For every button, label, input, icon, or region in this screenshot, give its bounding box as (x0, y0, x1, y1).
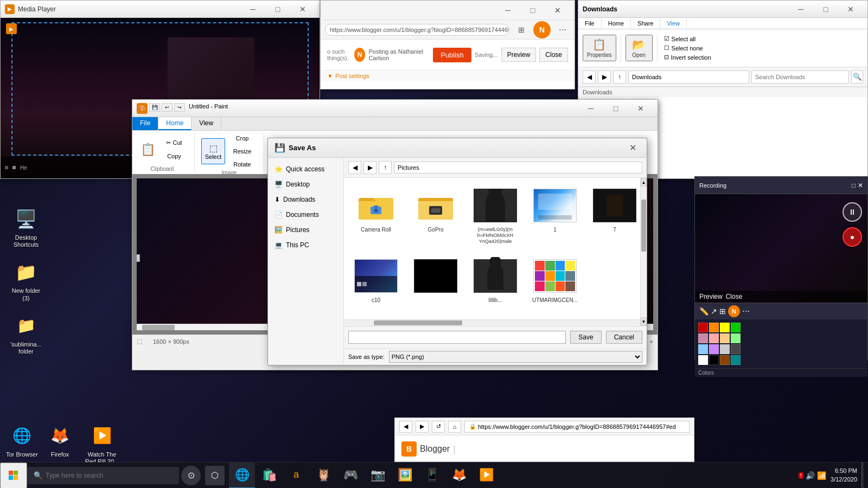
url-bar[interactable]: https://www.blogger.com/u/1/blogger.g?bl… (325, 24, 509, 36)
file-item-c10[interactable]: c10 (349, 254, 403, 307)
cortana-btn[interactable]: ⊙ (181, 466, 201, 485)
dialog-scrollbar-v[interactable]: ▲ ▼ (640, 178, 647, 326)
paint-save-btn[interactable]: 💾 (149, 103, 160, 112)
dialog-up-btn[interactable]: ↑ (379, 161, 392, 174)
media-minimize-btn[interactable]: ─ (240, 1, 265, 18)
palette-green[interactable] (731, 323, 741, 332)
explorer-close-btn[interactable]: ✕ (838, 1, 863, 18)
palette-lavender[interactable] (709, 344, 719, 354)
show-desktop-btn[interactable] (861, 463, 864, 489)
file-item-person[interactable]: (m=ewlLG0y)(mh=FMNOM0cXHYnQa420)male (469, 183, 522, 247)
exp-up-btn[interactable]: ↑ (613, 70, 626, 84)
blogger-home-btn[interactable]: ⌂ (448, 421, 461, 433)
paint-maximize-btn[interactable]: □ (603, 100, 628, 117)
dialog-cancel-btn[interactable]: Cancel (606, 331, 642, 344)
paint-redo-btn[interactable]: ↪ (174, 103, 185, 112)
palette-brown[interactable] (720, 355, 730, 365)
blogger-back-btn[interactable]: ◀ (399, 421, 412, 433)
pause-btn[interactable]: ⏸ (843, 202, 862, 222)
palette-peach[interactable] (720, 333, 730, 343)
file-item-gopro[interactable]: GoPro (409, 183, 462, 247)
dialog-scrollbar-h[interactable] (344, 319, 640, 326)
taskbar-camera-app[interactable]: 📷 (365, 463, 391, 489)
taskbar-store-app[interactable]: 🛍️ (256, 463, 282, 489)
sidebar-pictures[interactable]: 🖼️ Pictures (268, 223, 343, 237)
task-view-btn[interactable]: ⬡ (205, 466, 225, 485)
taskbar-edge-app[interactable]: 🌐 (229, 463, 255, 489)
desktop-icon-shortcuts[interactable]: 🖥️ Desktop Shortcuts (4, 206, 48, 248)
palette-lightgreen[interactable] (731, 333, 741, 343)
paint-close-btn[interactable]: ✕ (628, 100, 653, 117)
sidebar-quick-access[interactable]: ⭐ Quick access (268, 162, 343, 176)
grid-icon-btn[interactable]: ⊞ (514, 22, 529, 37)
open-btn[interactable]: 📂 Open (626, 35, 653, 61)
desktop-icon-tor[interactable]: 🌐 Tor Browser (4, 423, 40, 458)
select-btn[interactable]: ⬚ Select (201, 138, 225, 164)
exp-tab-share[interactable]: Share (631, 18, 660, 29)
exp-tab-view[interactable]: View (660, 18, 687, 29)
select-all-item[interactable]: ☑ Select all (662, 35, 713, 43)
taskbar-amazon-app[interactable]: a (283, 463, 309, 489)
mini-grid-btn[interactable]: ⊞ (719, 307, 726, 316)
palette-teal[interactable] (731, 355, 741, 365)
exp-address-bar[interactable]: Downloads (628, 70, 749, 84)
mini-maximize-btn[interactable]: □ (852, 182, 856, 189)
palette-pink[interactable] (698, 333, 708, 343)
mini-menu-btn[interactable]: ⋯ (742, 307, 750, 316)
media-close-btn[interactable]: ✕ (290, 1, 315, 18)
exp-tab-home[interactable]: Home (602, 18, 631, 29)
crop-btn[interactable]: Crop (227, 133, 257, 144)
invert-selection-item[interactable]: ⊡ Invert selection (662, 53, 713, 61)
mini-preview-btn[interactable]: Preview (699, 293, 723, 300)
media-maximize-btn[interactable]: □ (265, 1, 290, 18)
antivirus-icon[interactable]: ! (799, 472, 803, 479)
desktop-icon-new-folder[interactable]: 📁 New folder(3) (4, 259, 48, 301)
scroll-down-btn[interactable]: ▼ (641, 317, 647, 326)
zoom-in-icon[interactable]: + (650, 338, 653, 345)
filename-input[interactable] (348, 331, 566, 344)
publish-btn[interactable]: Publish (433, 48, 471, 62)
exp-search-input[interactable] (751, 70, 849, 84)
blogger-forward-btn[interactable]: ▶ (416, 421, 429, 433)
blogger-url-bar[interactable]: 🔒 https://www.blogger.com/u/1/blogger.g?… (464, 421, 690, 433)
palette-yellow[interactable] (720, 323, 730, 332)
scroll-up-btn[interactable]: ▲ (641, 178, 647, 187)
file-item-html[interactable]: UTMARIMGCEN... (528, 254, 582, 307)
record-btn[interactable]: ● (843, 227, 862, 247)
sidebar-thispc[interactable]: 💻 This PC (268, 238, 343, 252)
taskbar-search-input[interactable] (46, 472, 154, 479)
browser-maximize-btn[interactable]: □ (520, 2, 545, 19)
dialog-back-btn[interactable]: ◀ (348, 161, 361, 174)
palette-white[interactable] (698, 355, 708, 365)
taskbar-tripadvisor-app[interactable]: 🦉 (310, 463, 336, 489)
blogger-refresh-btn[interactable]: ↺ (432, 421, 445, 433)
file-item-1[interactable]: 1 (528, 183, 582, 247)
mini-share-btn[interactable]: ↗ (711, 307, 717, 316)
dialog-address-bar[interactable]: Pictures (394, 162, 642, 174)
resize-btn[interactable]: Resize (227, 146, 257, 157)
paint-tab-home[interactable]: Home (158, 117, 192, 130)
scroll-left[interactable] (137, 254, 140, 262)
dialog-close-btn[interactable]: ✕ (625, 142, 640, 155)
browser-menu-btn[interactable]: ⋯ (555, 22, 570, 37)
palette-lightpink[interactable] (709, 333, 719, 343)
exp-search-btn[interactable]: 🔍 (851, 70, 863, 84)
sidebar-desktop[interactable]: 🖥️ Desktop (268, 177, 343, 191)
paint-tab-file[interactable]: File (132, 117, 158, 130)
close-blogger-btn[interactable]: Close (539, 48, 568, 62)
preview-btn[interactable]: Preview (501, 48, 537, 62)
taskbar-search-box[interactable]: 🔍 (27, 467, 179, 484)
taskbar-media-app[interactable]: ▶️ (473, 463, 499, 489)
cut-btn[interactable]: ✂ Cut (161, 138, 188, 149)
explorer-minimize-btn[interactable]: ─ (788, 1, 813, 18)
browser-close-btn[interactable]: ✕ (545, 2, 570, 19)
post-settings-bar[interactable]: ▼ Post settings (321, 70, 575, 81)
mini-pencil-btn[interactable]: ✏️ (699, 307, 709, 316)
taskbar-games-app[interactable]: 🎮 (337, 463, 363, 489)
volume-icon[interactable]: 🔊 (806, 471, 815, 480)
sidebar-downloads[interactable]: ⬇ Downloads (268, 192, 343, 207)
rotate-btn[interactable]: Rotate (227, 159, 257, 170)
paint-tab-view[interactable]: View (192, 117, 221, 130)
palette-lightblue[interactable] (698, 344, 708, 354)
dialog-save-btn[interactable]: Save (570, 331, 601, 344)
